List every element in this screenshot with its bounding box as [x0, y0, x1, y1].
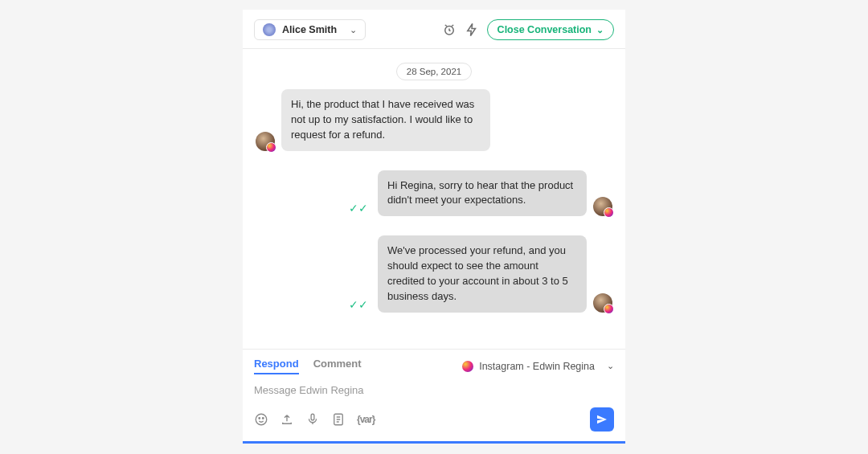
canned-response-icon[interactable]: [331, 412, 346, 427]
date-label: 28 Sep, 2021: [396, 63, 472, 80]
composer-header: Respond Comment Instagram - Edwin Regina…: [254, 358, 614, 374]
message-bubble: Hi Regina, sorry to hear that the produc…: [378, 170, 587, 217]
message-bubble: We've processed your refund, and you sho…: [378, 235, 587, 312]
message-row: ✓✓ We've processed your refund, and you …: [256, 235, 612, 312]
avatar: [593, 197, 612, 216]
composer-tools: {var}: [254, 412, 375, 427]
header-actions: Close Conversation ⌄: [442, 19, 614, 40]
composer: Respond Comment Instagram - Edwin Regina…: [243, 349, 625, 444]
message-row: Hi, the product that I have received was…: [256, 89, 612, 151]
avatar: [593, 293, 612, 313]
send-button[interactable]: [590, 407, 614, 432]
chevron-down-icon: ⌄: [596, 25, 604, 35]
input-placeholder: Message Edwin Regina: [254, 384, 364, 396]
composer-tools-row: {var}: [254, 407, 614, 432]
chat-scroll-area[interactable]: 28 Sep, 2021 Hi, the product that I have…: [243, 49, 625, 349]
chat-header: Alice Smith ⌄ Close Conversation ⌄: [243, 10, 625, 49]
svg-point-1: [256, 414, 267, 425]
agent-assignee-dropdown[interactable]: Alice Smith ⌄: [254, 19, 366, 40]
bolt-icon[interactable]: [465, 22, 479, 37]
microphone-icon[interactable]: [305, 412, 320, 427]
tab-respond[interactable]: Respond: [254, 358, 299, 374]
read-receipt-icon: ✓✓: [349, 202, 368, 216]
agent-name-label: Alice Smith: [282, 24, 337, 35]
chat-app: Alice Smith ⌄ Close Conversation ⌄ 28 Se…: [243, 10, 625, 444]
emoji-icon[interactable]: [254, 412, 268, 427]
instagram-icon: [462, 361, 473, 372]
message-bubble: Hi, the product that I have received was…: [281, 89, 490, 151]
chevron-down-icon: ⌄: [607, 361, 614, 371]
upload-icon[interactable]: [280, 412, 294, 427]
message-input[interactable]: Message Edwin Regina: [254, 384, 614, 396]
avatar: [263, 23, 276, 36]
svg-point-2: [259, 418, 260, 419]
date-separator: 28 Sep, 2021: [256, 63, 612, 78]
variable-icon[interactable]: {var}: [357, 412, 375, 427]
svg-point-3: [263, 418, 264, 419]
channel-label: Instagram - Edwin Regina: [479, 361, 595, 372]
chevron-down-icon: ⌄: [350, 25, 357, 35]
avatar: [256, 132, 275, 151]
tab-comment[interactable]: Comment: [313, 358, 362, 374]
read-receipt-icon: ✓✓: [349, 298, 368, 313]
channel-selector[interactable]: Instagram - Edwin Regina ⌄: [462, 361, 614, 372]
message-row: ✓✓ Hi Regina, sorry to hear that the pro…: [256, 170, 612, 217]
close-conversation-button[interactable]: Close Conversation ⌄: [487, 19, 614, 40]
send-icon: [596, 413, 608, 426]
snooze-icon[interactable]: [442, 22, 457, 37]
composer-tabs: Respond Comment: [254, 358, 362, 374]
svg-rect-4: [311, 414, 314, 420]
close-conversation-label: Close Conversation: [497, 24, 592, 35]
